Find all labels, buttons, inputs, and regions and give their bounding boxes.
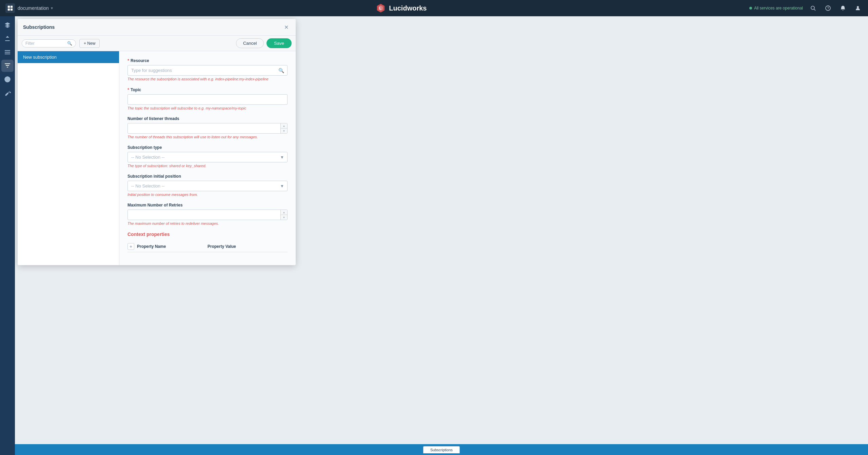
upload-icon bbox=[4, 35, 11, 42]
filter-input[interactable] bbox=[25, 41, 65, 46]
resource-label: * Resource bbox=[127, 58, 288, 63]
subscription-type-label: Subscription type bbox=[127, 145, 288, 150]
sidebar-item-list[interactable] bbox=[1, 46, 14, 58]
sidebar-item-layers[interactable] bbox=[1, 19, 14, 31]
bell-icon bbox=[840, 5, 846, 11]
svg-rect-16 bbox=[5, 54, 10, 54]
sidebar-item-wrench[interactable] bbox=[1, 87, 14, 99]
new-subscription-button[interactable]: + New bbox=[79, 39, 100, 48]
modal-body: New subscription * Resource 🔍 bbox=[18, 51, 296, 265]
topic-description: The topic the subscription will subscrib… bbox=[127, 106, 288, 110]
max-retries-decrement[interactable]: ▼ bbox=[281, 215, 287, 220]
listener-threads-increment[interactable]: ▲ bbox=[281, 123, 287, 128]
topic-input[interactable] bbox=[127, 94, 288, 105]
listener-threads-field: Number of listener threads ▲ ▼ The numbe… bbox=[127, 116, 288, 139]
grid-icon bbox=[7, 5, 13, 11]
svg-rect-17 bbox=[5, 63, 10, 64]
listener-threads-description: The number of threads this subscription … bbox=[127, 135, 288, 139]
svg-point-7 bbox=[811, 6, 814, 9]
listener-threads-decrement[interactable]: ▼ bbox=[281, 128, 287, 133]
status-text: All services are operational bbox=[754, 6, 803, 11]
modal-header: Subscriptions ✕ bbox=[18, 19, 296, 36]
svg-point-11 bbox=[857, 6, 859, 8]
topic-field: * Topic The topic the subscription will … bbox=[127, 87, 288, 110]
title-chevron: ▾ bbox=[51, 6, 53, 11]
svg-rect-19 bbox=[7, 67, 8, 67]
topic-label: * Topic bbox=[127, 87, 288, 92]
resource-input[interactable] bbox=[127, 65, 288, 76]
main-layout: Subscriptions ✕ 🔍 + New Cancel Save bbox=[0, 16, 868, 455]
filter-search-icon: 🔍 bbox=[67, 41, 72, 46]
svg-rect-13 bbox=[5, 40, 10, 41]
status-dot bbox=[749, 7, 752, 9]
svg-rect-14 bbox=[5, 50, 10, 51]
search-icon bbox=[810, 5, 816, 11]
help-icon: ? bbox=[825, 5, 831, 11]
form-panel: * Resource 🔍 The resource the subscripti… bbox=[119, 51, 296, 265]
sidebar-item-filter[interactable] bbox=[1, 60, 14, 72]
modal-close-button[interactable]: ✕ bbox=[282, 23, 290, 31]
context-properties-section: Context properties + Property Name Prope… bbox=[127, 232, 288, 252]
sidebar-item-globe[interactable] bbox=[1, 73, 14, 85]
max-retries-field: Maximum Number of Retries ▲ ▼ The maximu… bbox=[127, 203, 288, 225]
sidebar-item-upload[interactable] bbox=[1, 33, 14, 45]
svg-rect-2 bbox=[8, 8, 10, 11]
resource-description: The resource the subscription is associa… bbox=[127, 77, 288, 81]
top-navigation: documentation ▾ L Lucidworks All service… bbox=[0, 0, 868, 16]
topic-required-star: * bbox=[127, 87, 129, 92]
svg-line-8 bbox=[814, 9, 815, 11]
subscription-type-field: Subscription type -- No Selection -- sha… bbox=[127, 145, 288, 168]
context-table-header: + Property Name Property Value bbox=[127, 241, 288, 252]
max-retries-input-wrap: ▲ ▼ bbox=[127, 210, 288, 220]
resource-search-icon: 🔍 bbox=[278, 68, 284, 73]
subscriptions-tab[interactable]: Subscriptions bbox=[423, 446, 460, 453]
listener-threads-input[interactable] bbox=[127, 123, 288, 134]
cancel-button[interactable]: Cancel bbox=[236, 38, 264, 48]
svg-marker-12 bbox=[5, 22, 10, 25]
user-icon bbox=[855, 5, 861, 11]
property-value-header: Property Value bbox=[208, 244, 288, 249]
toolbar-right: Cancel Save bbox=[236, 38, 292, 48]
max-retries-input[interactable] bbox=[127, 210, 288, 220]
listener-threads-label: Number of listener threads bbox=[127, 116, 288, 121]
initial-position-description: Initial position to consume messages fro… bbox=[127, 193, 288, 197]
add-property-button[interactable]: + bbox=[127, 243, 134, 250]
bottom-bar: Subscriptions bbox=[15, 444, 868, 455]
subscription-list-item[interactable]: New subscription bbox=[18, 51, 119, 63]
help-nav-button[interactable]: ? bbox=[823, 3, 833, 13]
svg-rect-15 bbox=[5, 52, 10, 53]
listener-threads-spinners: ▲ ▼ bbox=[280, 123, 287, 133]
content-area: Subscriptions ✕ 🔍 + New Cancel Save bbox=[15, 16, 868, 455]
resource-required-star: * bbox=[127, 58, 129, 63]
save-button[interactable]: Save bbox=[267, 38, 292, 48]
resource-field: * Resource 🔍 The resource the subscripti… bbox=[127, 58, 288, 81]
max-retries-label: Maximum Number of Retries bbox=[127, 203, 288, 207]
svg-text:L: L bbox=[379, 6, 382, 10]
initial-position-select-wrap: -- No Selection -- earliest latest ▼ bbox=[127, 181, 288, 191]
status-indicator: All services are operational bbox=[749, 6, 803, 11]
property-name-header: Property Name bbox=[137, 244, 205, 249]
notifications-nav-button[interactable] bbox=[838, 3, 848, 13]
nav-left: documentation ▾ bbox=[5, 3, 53, 13]
search-nav-button[interactable] bbox=[808, 3, 818, 13]
subscription-type-description: The type of subscription: shared or key_… bbox=[127, 164, 288, 168]
listener-threads-input-wrap: ▲ ▼ bbox=[127, 123, 288, 134]
user-nav-button[interactable] bbox=[853, 3, 863, 13]
globe-icon bbox=[4, 76, 11, 83]
app-title[interactable]: documentation ▾ bbox=[18, 5, 53, 11]
max-retries-spinners: ▲ ▼ bbox=[280, 210, 287, 220]
svg-rect-18 bbox=[6, 65, 9, 66]
app-title-text: documentation bbox=[18, 5, 49, 11]
nav-center: L Lucidworks bbox=[375, 3, 427, 14]
list-icon bbox=[4, 49, 11, 56]
context-properties-title: Context properties bbox=[127, 232, 288, 237]
subscription-type-select[interactable]: -- No Selection -- shared key_shared bbox=[127, 152, 288, 162]
max-retries-increment[interactable]: ▲ bbox=[281, 210, 287, 215]
logo-svg: L bbox=[375, 3, 386, 14]
svg-rect-0 bbox=[8, 6, 10, 8]
resource-input-wrap: 🔍 bbox=[127, 65, 288, 76]
filter-input-wrap: 🔍 bbox=[22, 39, 76, 47]
modal-toolbar: 🔍 + New Cancel Save bbox=[18, 36, 296, 51]
initial-position-select[interactable]: -- No Selection -- earliest latest bbox=[127, 181, 288, 191]
subscription-item-label: New subscription bbox=[23, 55, 57, 60]
